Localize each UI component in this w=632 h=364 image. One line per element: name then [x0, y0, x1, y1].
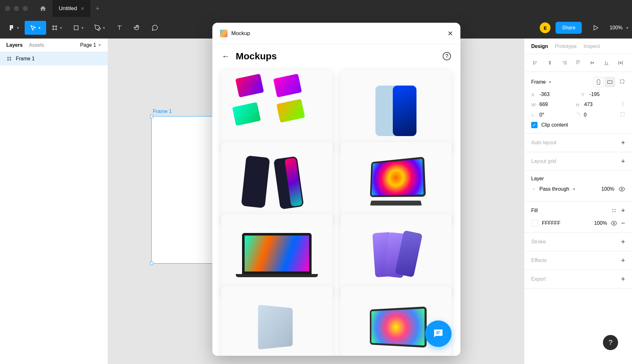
home-button[interactable] — [37, 3, 49, 14]
clip-content-checkbox[interactable]: ✓ Clip content — [531, 122, 625, 128]
add-auto-layout-button[interactable]: + — [621, 139, 625, 147]
left-panel-tabs: Layers Assets Page 1 ▼ — [0, 39, 108, 52]
question-mark-icon: ? — [609, 338, 612, 347]
rotation-input[interactable]: 0° — [539, 112, 544, 118]
main-menu-button[interactable]: ▼ — [3, 21, 25, 35]
orientation-buttons — [593, 77, 615, 87]
h-input[interactable]: 473 — [584, 102, 593, 107]
close-modal-button[interactable]: × — [448, 28, 453, 39]
traffic-lights — [5, 6, 28, 11]
align-bottom-button[interactable] — [602, 58, 611, 67]
user-avatar[interactable]: E — [540, 22, 550, 33]
align-bottom-icon — [604, 60, 609, 66]
maximize-window-button[interactable] — [23, 6, 28, 11]
close-window-button[interactable] — [5, 6, 10, 11]
x-input[interactable]: -363 — [539, 92, 550, 97]
fill-hex-input[interactable]: FFFFFF — [542, 220, 590, 226]
remove-fill-button[interactable]: − — [621, 219, 625, 227]
portrait-button[interactable] — [593, 77, 604, 87]
tab-assets[interactable]: Assets — [29, 42, 44, 48]
play-icon — [592, 24, 599, 31]
corner-input[interactable]: 0 — [584, 112, 587, 118]
home-icon — [40, 5, 46, 12]
resize-to-fit-button[interactable] — [619, 79, 625, 86]
w-input[interactable]: 669 — [539, 102, 548, 107]
fill-color-swatch[interactable] — [531, 220, 538, 227]
zoom-value: 100% — [610, 25, 623, 31]
svg-point-11 — [613, 223, 615, 224]
tab-title: Untitled — [59, 5, 77, 12]
mockup-item-fold[interactable] — [221, 286, 333, 356]
present-button[interactable] — [587, 21, 605, 35]
mockup-item-samsung[interactable] — [340, 214, 452, 296]
styles-icon[interactable] — [611, 208, 617, 213]
app-help-button[interactable]: ? — [603, 335, 618, 350]
add-fill-button[interactable]: + — [621, 206, 625, 215]
visibility-icon[interactable] — [611, 220, 617, 226]
add-export-button[interactable]: + — [621, 275, 625, 283]
tab-layers[interactable]: Layers — [6, 42, 23, 48]
add-effect-button[interactable]: + — [621, 256, 625, 265]
right-panel-tabs: Design Prototype Inspect — [524, 39, 632, 54]
comment-tool-button[interactable] — [146, 21, 164, 35]
layer-opacity-input[interactable]: 100% — [601, 186, 614, 192]
svg-point-8 — [615, 209, 616, 210]
layout-grid-title: Layout grid — [531, 158, 556, 164]
minimize-window-button[interactable] — [14, 6, 19, 11]
tab-prototype[interactable]: Prototype — [555, 44, 576, 49]
layer-name: Frame 1 — [16, 56, 35, 62]
frame-label[interactable]: Frame 1 — [153, 109, 172, 114]
add-stroke-button[interactable]: + — [621, 238, 625, 246]
tab-inspect[interactable]: Inspect — [584, 44, 600, 49]
align-center-v-button[interactable] — [588, 58, 597, 67]
modal-titlebar: ← Mockups ? — [212, 45, 460, 65]
mockup-item-ipad-stand[interactable] — [340, 142, 452, 224]
chat-support-button[interactable] — [425, 320, 452, 347]
stroke-title: Stroke — [531, 239, 546, 245]
y-input[interactable]: -195 — [590, 92, 600, 97]
document-tab[interactable]: Untitled × — [52, 0, 90, 17]
export-section: Export + — [524, 270, 632, 289]
rectangle-icon — [73, 24, 80, 31]
align-top-button[interactable] — [574, 58, 582, 67]
toolbar-right: E Share 100% ▼ — [540, 21, 629, 35]
frame-tool-button[interactable]: ▼ — [46, 21, 68, 35]
align-center-h-button[interactable] — [545, 58, 554, 67]
mockup-item-iphone-dark[interactable] — [221, 142, 333, 224]
constrain-proportions-button[interactable] — [621, 101, 625, 108]
shape-tool-button[interactable]: ▼ — [68, 21, 89, 35]
blend-mode-select[interactable]: Pass through — [539, 186, 569, 192]
text-tool-button[interactable] — [111, 21, 128, 35]
mockup-item-iphone-pro[interactable] — [340, 70, 452, 152]
independent-corners-button[interactable] — [620, 112, 625, 118]
hand-tool-button[interactable] — [128, 21, 146, 35]
avatar-letter: E — [544, 25, 547, 31]
zoom-selector[interactable]: 100% ▼ — [610, 25, 629, 31]
mockup-item-macbook[interactable] — [221, 214, 333, 296]
corners-icon — [620, 112, 625, 117]
frame-section-title: Frame — [531, 79, 546, 85]
tab-design[interactable]: Design — [531, 44, 548, 49]
close-tab-button[interactable]: × — [81, 5, 84, 12]
new-tab-button[interactable]: + — [90, 4, 105, 13]
export-title: Export — [531, 276, 546, 282]
help-button[interactable]: ? — [443, 52, 451, 60]
page-selector[interactable]: Page 1 ▼ — [80, 42, 101, 48]
pen-tool-button[interactable]: ▼ — [89, 21, 111, 35]
add-layout-grid-button[interactable]: + — [621, 157, 625, 165]
layer-item-frame1[interactable]: Frame 1 — [0, 52, 108, 65]
share-button[interactable]: Share — [556, 22, 582, 34]
distribute-button[interactable] — [616, 58, 625, 67]
fill-opacity-input[interactable]: 100% — [594, 220, 607, 226]
move-tool-button[interactable]: ▼ — [25, 21, 46, 35]
resize-handle-top-left[interactable] — [150, 115, 153, 118]
mockup-item-ipads[interactable] — [221, 70, 333, 152]
align-right-button[interactable] — [560, 58, 568, 67]
landscape-button[interactable] — [605, 77, 615, 87]
auto-layout-section: Auto layout + — [524, 134, 632, 152]
back-button[interactable]: ← — [222, 52, 229, 61]
visibility-icon[interactable] — [619, 186, 625, 192]
align-left-button[interactable] — [531, 58, 540, 67]
resize-handle-bottom-left[interactable] — [150, 262, 153, 265]
svg-rect-13 — [436, 333, 439, 334]
